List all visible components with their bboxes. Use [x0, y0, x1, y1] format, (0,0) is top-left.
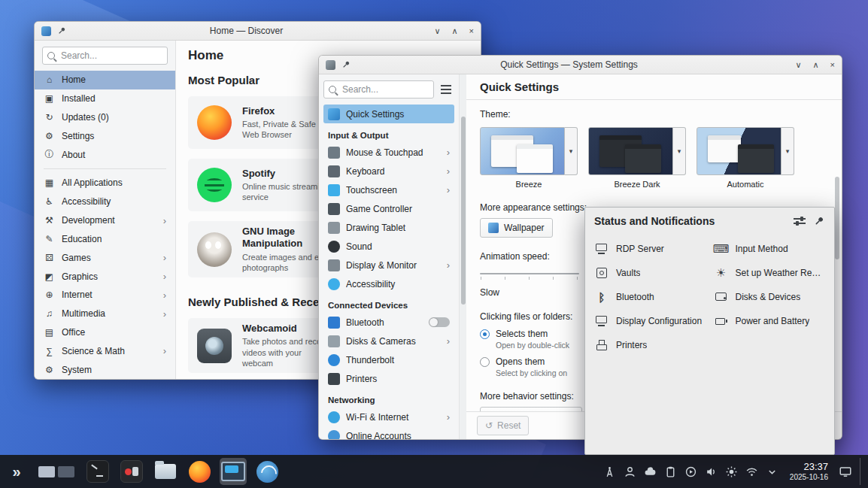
pin-icon[interactable]	[813, 215, 825, 227]
spotify-icon	[197, 168, 232, 202]
content-scrollbar[interactable]	[835, 105, 840, 439]
discover-sidebar: ⌂ Home ▣ Installed ↻ Updates (0) ⚙ Setti…	[35, 41, 176, 379]
reset-button[interactable]: ↺ Reset	[477, 416, 529, 435]
media-player-icon[interactable]	[684, 464, 699, 479]
maximize-button[interactable]: ∧	[813, 61, 819, 69]
status-item-power-battery[interactable]: Power and Battery	[711, 310, 829, 332]
sidebar-item-bluetooth[interactable]: Bluetooth	[323, 313, 454, 332]
radio-button-icon[interactable]	[480, 329, 490, 339]
theme-option-automatic[interactable]: ▾ Automatic	[697, 127, 794, 189]
dropdown-arrow-icon[interactable]: ▾	[673, 127, 686, 175]
theme-option-breeze[interactable]: ▾ Breeze	[480, 127, 578, 189]
radio-button-icon[interactable]	[480, 357, 490, 367]
settings-titlebar[interactable]: Quick Settings — System Settings ∨ ∧ ×	[319, 56, 842, 74]
pin-icon[interactable]	[56, 26, 67, 36]
sidebar-item-settings[interactable]: ⚙ Settings	[35, 126, 175, 145]
pin-icon[interactable]	[341, 59, 351, 70]
status-item-display-configuration[interactable]: Display Configuration	[591, 310, 709, 332]
sidebar-item-thunderbolt[interactable]: Thunderbolt	[323, 350, 454, 369]
taskbar-system-settings[interactable]	[220, 458, 247, 485]
status-item-rdp-server[interactable]: RDP Server	[591, 238, 709, 260]
animation-speed-slider[interactable]	[480, 269, 579, 281]
sidebar-item-online-accounts[interactable]: Online Accounts	[323, 426, 454, 439]
tray-expand-chevron-icon[interactable]	[765, 464, 780, 479]
status-item-vaults[interactable]: Vaults	[591, 262, 709, 284]
status-item-weather[interactable]: ☀ Set up Weather Report…	[711, 262, 829, 284]
category-office[interactable]: ▤ Office	[35, 323, 175, 342]
sidebar-item-printers[interactable]: Printers	[323, 369, 454, 388]
sidebar-item-wifi-internet[interactable]: Wi-Fi & Internet ›	[323, 408, 454, 426]
screen-recorder-icon	[120, 460, 143, 483]
sidebar-item-updates[interactable]: ↻ Updates (0)	[35, 108, 175, 127]
status-item-disks-devices[interactable]: Disks & Devices	[711, 286, 829, 308]
category-development[interactable]: ⚒ Development ›	[35, 211, 175, 230]
category-graphics[interactable]: ◩ Graphics ›	[35, 267, 175, 286]
show-desktop-button[interactable]	[860, 458, 863, 485]
category-games[interactable]: ⚄ Games ›	[35, 248, 175, 267]
sidebar-item-drawing-tablet[interactable]: Drawing Tablet	[323, 218, 454, 237]
search-input[interactable]	[42, 47, 168, 65]
theme-option-breeze-dark[interactable]: ▾ Breeze Dark	[588, 127, 686, 189]
virtual-desktop-pager[interactable]	[38, 466, 74, 477]
status-item-printers[interactable]: Printers	[591, 334, 709, 356]
menu-button[interactable]	[438, 81, 454, 98]
sidebar-item-touchscreen[interactable]: Touchscreen ›	[323, 180, 454, 199]
antenna-icon[interactable]	[602, 464, 618, 479]
cloud-icon[interactable]	[643, 464, 658, 479]
category-accessibility[interactable]: ♿ Accessibility	[35, 192, 175, 211]
dropdown-arrow-icon[interactable]: ▾	[782, 127, 794, 175]
category-multimedia[interactable]: ♫ Multimedia ›	[35, 305, 175, 323]
status-item-input-method[interactable]: ⌨ Input Method	[711, 238, 829, 260]
clipboard-icon[interactable]	[663, 464, 678, 479]
sidebar-item-quick-settings[interactable]: Quick Settings	[323, 105, 454, 123]
firefox-icon	[189, 461, 211, 483]
sidebar-item-mouse-touchpad[interactable]: Mouse & Touchpad ›	[323, 143, 454, 162]
sidebar-item-home[interactable]: ⌂ Home	[35, 71, 175, 89]
desktop-2[interactable]	[58, 466, 74, 477]
vaults-icon	[594, 265, 609, 280]
taskbar-discover[interactable]	[253, 458, 281, 485]
maximize-button[interactable]: ∧	[452, 27, 458, 35]
section-header: Input & Output	[328, 131, 450, 140]
sidebar-item-accessibility[interactable]: Accessibility	[323, 274, 454, 293]
category-system[interactable]: ⚙ System	[35, 360, 175, 379]
display-icon[interactable]	[838, 464, 853, 479]
status-item-bluetooth[interactable]: ᛒ Bluetooth	[591, 286, 709, 308]
sidebar-item-installed[interactable]: ▣ Installed	[35, 89, 175, 108]
search-input[interactable]	[323, 80, 434, 99]
dropdown-arrow-icon[interactable]: ▾	[565, 127, 578, 175]
taskbar-terminal[interactable]	[84, 458, 111, 485]
taskbar-firefox[interactable]	[186, 458, 213, 485]
discover-titlebar[interactable]: Home — Discover ∨ ∧ ×	[35, 22, 481, 41]
minimize-button[interactable]: ∨	[434, 27, 440, 35]
clock[interactable]: 23:37 2025-10-16	[790, 462, 828, 481]
minimize-button[interactable]: ∨	[795, 61, 801, 69]
sidebar-scrollbar[interactable]	[459, 74, 466, 439]
wifi-icon[interactable]	[745, 464, 760, 479]
sidebar-item-game-controller[interactable]: Game Controller	[323, 199, 454, 218]
sidebar-item-disks-cameras[interactable]: Disks & Cameras ›	[323, 332, 454, 350]
brightness-icon[interactable]	[724, 464, 739, 479]
sidebar-item-display-monitor[interactable]: Display & Monitor ›	[323, 256, 454, 274]
system-icon: ⚙	[44, 365, 55, 375]
sidebar-item-sound[interactable]: Sound	[323, 237, 454, 256]
sidebar-item-keyboard[interactable]: Keyboard ›	[323, 162, 454, 180]
user-icon[interactable]	[623, 464, 638, 479]
taskbar-file-manager[interactable]	[152, 458, 179, 485]
close-button[interactable]: ×	[830, 61, 835, 69]
sidebar-item-about[interactable]: ⓘ About	[35, 145, 175, 164]
taskbar-screen-recorder[interactable]	[118, 458, 145, 485]
category-science-math[interactable]: ∑ Science & Math ›	[35, 341, 175, 360]
volume-icon[interactable]	[704, 464, 719, 479]
category-all-applications[interactable]: ▦ All Applications	[35, 174, 175, 192]
configure-icon[interactable]	[794, 216, 806, 226]
wallpaper-button[interactable]: Wallpaper	[480, 218, 553, 238]
bluetooth-toggle[interactable]	[429, 317, 450, 327]
category-education[interactable]: ✎ Education	[35, 230, 175, 249]
category-internet[interactable]: ⊕ Internet ›	[35, 286, 175, 305]
close-button[interactable]: ×	[469, 27, 474, 35]
app-launcher-button[interactable]: »	[5, 459, 29, 483]
desktop-1[interactable]	[38, 466, 55, 477]
disks-devices-icon	[714, 289, 729, 305]
popup-header: Status and Notifications	[585, 208, 834, 235]
